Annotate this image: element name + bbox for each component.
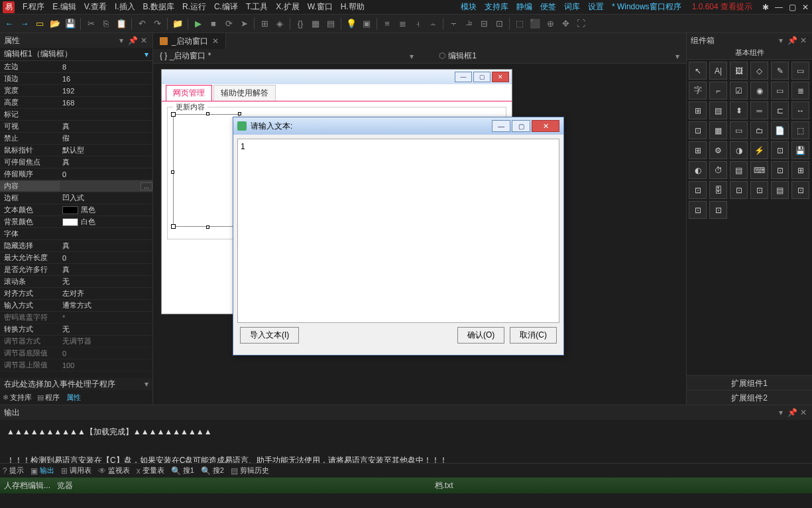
property-value[interactable]: 8 <box>60 63 152 71</box>
center-icon[interactable]: ⊕ <box>544 17 557 31</box>
run-icon[interactable]: ▶ <box>192 17 205 31</box>
component-item[interactable]: ◐ <box>689 161 707 179</box>
doc-title[interactable]: * Windows窗口程序 <box>608 1 685 13</box>
nav-fwd-icon[interactable]: → <box>18 17 31 31</box>
props-tab[interactable]: ▤程序 <box>37 393 60 403</box>
nav-back-icon[interactable]: ← <box>3 17 16 31</box>
component-item[interactable]: ⊡ <box>771 161 789 179</box>
property-row[interactable]: 输入方式 通常方式 <box>0 300 152 312</box>
component-item[interactable]: ▤ <box>709 101 727 119</box>
component-item[interactable]: ⊡ <box>771 141 789 159</box>
code-icon[interactable]: {} <box>294 17 307 31</box>
output-text[interactable]: ▲▲▲▲▲▲▲▲▲▲【加载完成】▲▲▲▲▲▲▲▲▲▲ ！！！检测到易语言安装在【… <box>0 420 812 463</box>
tip-icon[interactable]: 💡 <box>345 17 358 31</box>
property-row[interactable]: 调节器底限值 0 <box>0 348 152 359</box>
menu-link[interactable]: 静编 <box>512 2 536 11</box>
component-item[interactable]: ▭ <box>791 62 809 80</box>
component-item[interactable]: ⊡ <box>730 181 748 199</box>
restart-icon[interactable]: ⟳ <box>222 17 235 31</box>
panel-icon[interactable]: ▤ <box>324 17 337 31</box>
menu-item[interactable]: R.运行 <box>178 2 210 11</box>
max-button[interactable]: ▢ <box>473 72 491 82</box>
panel-close-icon[interactable]: ✕ <box>799 36 808 45</box>
property-row[interactable]: 宽度 192 <box>0 85 152 97</box>
panel-dropdown-icon[interactable]: ▾ <box>776 408 785 417</box>
same-w-icon[interactable]: ⊟ <box>477 17 491 31</box>
component-item[interactable]: ⊞ <box>689 101 707 119</box>
snap-icon[interactable]: ◈ <box>273 17 286 31</box>
panel-pin-icon[interactable]: 📌 <box>128 36 137 45</box>
cancel-button[interactable]: 取消(C) <box>510 327 557 344</box>
settings-icon[interactable]: ✱ <box>759 3 772 12</box>
front-icon[interactable]: ⬚ <box>513 17 526 31</box>
property-row[interactable]: 边框 凹入式 <box>0 192 152 204</box>
menu-item[interactable]: I.插入 <box>111 2 139 11</box>
component-item[interactable]: ═ <box>750 101 768 119</box>
dialog-min-button[interactable]: — <box>492 120 510 132</box>
panel-close-icon[interactable]: ✕ <box>139 36 148 45</box>
panel-close-icon[interactable]: ✕ <box>799 408 808 417</box>
menu-link[interactable]: 词库 <box>560 2 584 11</box>
menu-item[interactable]: V.查看 <box>80 2 111 11</box>
step-icon[interactable]: ➤ <box>237 17 251 31</box>
component-item[interactable]: ⚙ <box>709 141 727 159</box>
component-item[interactable]: ↔ <box>791 101 809 119</box>
stop-icon[interactable]: ■ <box>207 17 220 31</box>
component-item[interactable]: ⊡ <box>689 121 707 139</box>
menu-link[interactable]: 模块 <box>457 2 481 11</box>
tab-close-icon[interactable]: ✕ <box>212 36 219 46</box>
property-row[interactable]: 是否允许多行 真 <box>0 264 152 276</box>
component-item[interactable]: 🗀 <box>750 121 768 139</box>
menu-item[interactable]: C.编译 <box>210 2 242 11</box>
menu-link[interactable]: 设置 <box>584 2 608 11</box>
property-value[interactable]: 0 <box>60 349 152 357</box>
ellipsis-button[interactable]: … <box>141 182 152 190</box>
property-value[interactable]: 真 <box>60 265 152 275</box>
menu-item[interactable]: W.窗口 <box>304 2 337 11</box>
property-row[interactable]: 调节器方式 无调节器 <box>0 336 152 348</box>
dialog-close-button[interactable]: ✕ <box>532 120 559 132</box>
chevron-down-icon[interactable]: ▾ <box>145 50 148 59</box>
component-item[interactable]: 字 <box>689 82 707 99</box>
menu-item[interactable]: B.数据库 <box>139 2 178 11</box>
align-t-icon[interactable]: ⫠ <box>426 17 439 31</box>
property-row[interactable]: 禁止 假 <box>0 133 152 145</box>
property-row[interactable]: 调节器上限值 100 <box>0 359 152 371</box>
component-item[interactable]: ⊡ <box>750 181 768 199</box>
property-row[interactable]: 滚动条 无 <box>0 276 152 288</box>
crumb-dropdown-icon[interactable]: ▾ <box>673 52 682 61</box>
property-value[interactable]: 凹入式 <box>60 193 152 203</box>
property-row[interactable]: 密码遮盖字符 * <box>0 312 152 324</box>
property-row[interactable]: 高度 168 <box>0 97 152 109</box>
menu-item[interactable]: H.帮助 <box>337 2 369 11</box>
design-tab-help[interactable]: 辅助使用解答 <box>213 85 276 101</box>
property-row[interactable]: 最大允许长度 0 <box>0 252 152 264</box>
output-tab[interactable]: x变量表 <box>137 466 164 476</box>
maximize-icon[interactable]: ▢ <box>785 3 799 12</box>
dialog-max-button[interactable]: ▢ <box>512 120 530 132</box>
component-item[interactable]: ◉ <box>750 82 768 99</box>
property-value[interactable]: 0 <box>60 170 152 178</box>
property-value[interactable]: 白色 <box>60 217 152 227</box>
property-value[interactable]: 真 <box>60 241 152 251</box>
cut-icon[interactable]: ✂ <box>84 17 97 31</box>
menu-item[interactable]: E.编辑 <box>48 2 80 11</box>
redo-icon[interactable]: ↷ <box>150 17 164 31</box>
component-item[interactable]: ✎ <box>771 62 789 80</box>
menu-link[interactable]: 支持库 <box>481 2 512 11</box>
component-item[interactable]: ≣ <box>791 82 809 99</box>
import-text-button[interactable]: 导入文本(I) <box>240 327 299 344</box>
property-value[interactable]: 通常方式 <box>60 300 152 310</box>
panel-pin-icon[interactable]: 📌 <box>787 408 797 417</box>
component-item[interactable]: ◑ <box>730 141 748 159</box>
compbox-category[interactable]: 基本组件 <box>687 48 812 60</box>
back-icon[interactable]: ⬛ <box>528 17 542 31</box>
property-value[interactable]: 0 <box>60 254 152 262</box>
component-item[interactable]: ↖ <box>689 62 707 80</box>
component-item[interactable]: ⊏ <box>771 101 789 119</box>
component-item[interactable]: ⊡ <box>689 201 707 219</box>
property-row[interactable]: 左边 8 <box>0 61 152 73</box>
component-item[interactable]: ⌨ <box>750 161 768 179</box>
component-item[interactable]: 🖼 <box>730 62 748 80</box>
design-tab-web[interactable]: 网页管理 <box>166 85 212 101</box>
